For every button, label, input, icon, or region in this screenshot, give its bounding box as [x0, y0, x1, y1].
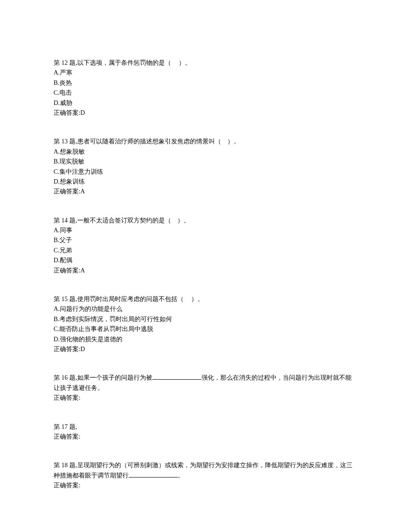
question-16-answer: 正确答案:: [54, 393, 357, 403]
question-15-option-b: B.考虑到实际情况，罚时出局的可行性如何: [54, 314, 357, 324]
question-13-title: 第 13 题,患者可以随着治疗师的描述想象引发焦虑的情景叫（ ）。: [54, 137, 357, 147]
question-18: 第 18 题,呈现期望行为的（可辨别刺激）或线索，为期望行为安排建立操作，降低期…: [54, 461, 357, 490]
question-16-title: 第 16 题,如果一个孩子的问题行为被强化，那么在消失的过程中，当问题行为出现时…: [54, 373, 357, 393]
question-14-answer: 正确答案:A: [54, 266, 357, 276]
question-15: 第 15 题,使用罚时出局时应考虑的问题不包括（ ）。 A.问题行为的功能是什么…: [54, 294, 357, 354]
question-14-option-d: D.配偶: [54, 256, 357, 265]
fill-blank: [129, 471, 178, 478]
question-12-option-d: D.威胁: [54, 98, 357, 108]
question-15-answer: 正确答案:D: [54, 344, 357, 354]
question-18-title-pre: 第 18 题,呈现期望行为的（可辨别刺激）或线索，为期望行为安排建立操作，降低期…: [54, 462, 352, 478]
question-12-answer: 正确答案:D: [54, 108, 357, 118]
fill-blank: [152, 373, 201, 380]
question-16-title-pre: 第 16 题,如果一个孩子的问题行为被: [54, 374, 152, 381]
question-14-title: 第 14 题,一般不太适合签订双方契约的是（ ）。: [54, 216, 357, 226]
question-14-option-a: A.同事: [54, 226, 357, 235]
question-14: 第 14 题,一般不太适合签订双方契约的是（ ）。 A.同事 B.父子 C.兄弟…: [54, 216, 357, 276]
question-15-option-d: D.强化物的损失是道德的: [54, 335, 357, 344]
question-14-option-c: C.兄弟: [54, 246, 357, 256]
question-17-title: 第 17 题,: [54, 422, 357, 432]
question-15-option-a: A.问题行为的功能是什么: [54, 304, 357, 314]
question-13-option-d: D.想象训练: [54, 177, 357, 187]
question-17: 第 17 题, 正确答案:: [54, 422, 357, 442]
question-15-title: 第 15 题,使用罚时出局时应考虑的问题不包括（ ）。: [54, 294, 357, 304]
question-12-option-c: C.电击: [54, 88, 357, 98]
question-12: 第 12 题,以下选项，属于条件惩罚物的是（ ）。 A.严寒 B.炎热 C.电击…: [54, 58, 357, 118]
question-18-answer: 正确答案:: [54, 481, 357, 490]
question-18-title-post: 。: [178, 472, 184, 479]
question-13-option-c: C.集中注意力训练: [54, 167, 357, 177]
question-18-title: 第 18 题,呈现期望行为的（可辨别刺激）或线索，为期望行为安排建立操作，降低期…: [54, 461, 357, 481]
question-13-answer: 正确答案:A: [54, 187, 357, 197]
question-12-option-b: B.炎热: [54, 78, 357, 88]
question-13-option-b: B.现实脱敏: [54, 157, 357, 167]
question-17-answer: 正确答案:: [54, 432, 357, 442]
question-13-option-a: A.想象脱敏: [54, 147, 357, 157]
document-page: 第 12 题,以下选项，属于条件惩罚物的是（ ）。 A.严寒 B.炎热 C.电击…: [0, 0, 411, 532]
question-16: 第 16 题,如果一个孩子的问题行为被强化，那么在消失的过程中，当问题行为出现时…: [54, 373, 357, 403]
question-12-title: 第 12 题,以下选项，属于条件惩罚物的是（ ）。: [54, 58, 357, 68]
question-15-option-c: C.能否防止当事者从罚时出局中逃脱: [54, 324, 357, 334]
question-14-option-b: B.父子: [54, 235, 357, 245]
question-12-option-a: A.严寒: [54, 68, 357, 78]
question-13: 第 13 题,患者可以随着治疗师的描述想象引发焦虑的情景叫（ ）。 A.想象脱敏…: [54, 137, 357, 197]
